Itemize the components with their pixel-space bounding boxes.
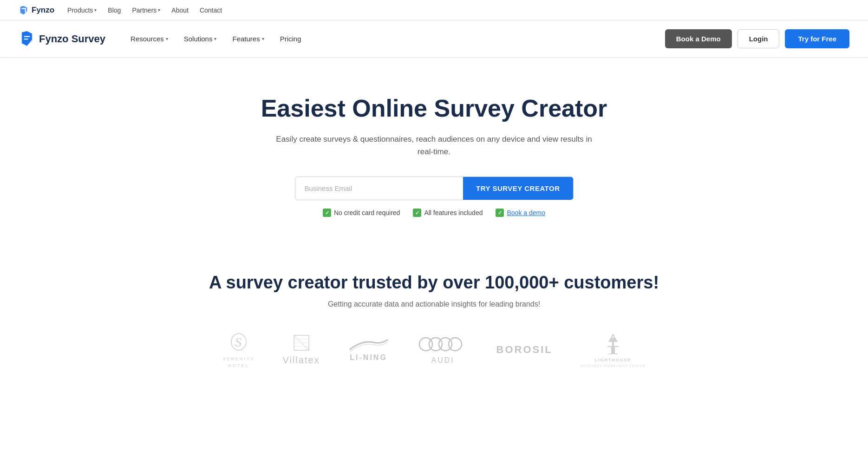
svg-point-14 — [612, 336, 614, 339]
top-bar: Fynzo Products ▾ Blog Partners ▾ About C… — [0, 0, 868, 20]
book-demo-button[interactable]: Book a Demo — [665, 29, 732, 48]
survey-logo-icon — [19, 31, 35, 47]
brand-serenity: S SERENITY HOTEL — [222, 332, 255, 368]
topnav-about[interactable]: About — [171, 7, 189, 14]
feature-no-credit-card: ✓ No credit card required — [323, 209, 400, 217]
brand-borosil: BOROSIL — [496, 344, 553, 356]
svg-rect-11 — [611, 347, 615, 354]
resources-chevron: ▾ — [166, 36, 168, 41]
trust-subtitle: Getting accurate data and actionable ins… — [19, 300, 849, 308]
topnav-products[interactable]: Products ▾ — [67, 7, 97, 14]
main-nav-links: Resources ▾ Solutions ▾ Features ▾ Prici… — [124, 31, 665, 46]
lining-logo-icon — [348, 338, 390, 352]
email-form: TRY SURVEY CREATOR — [295, 177, 574, 200]
products-dropdown-arrow: ▾ — [94, 7, 97, 13]
check-icon-2: ✓ — [413, 209, 421, 217]
try-survey-button[interactable]: TRY SURVEY CREATOR — [463, 177, 573, 200]
brand-lining: LI-NING — [348, 338, 390, 362]
brand-audi: Audi — [418, 335, 469, 365]
svg-point-10 — [449, 338, 462, 351]
nav-pricing[interactable]: Pricing — [274, 31, 308, 46]
topnav-contact[interactable]: Contact — [200, 7, 222, 14]
topnav-blog[interactable]: Blog — [108, 7, 121, 14]
serenity-logo-icon: S — [227, 332, 250, 355]
topnav-partners[interactable]: Partners ▾ — [132, 7, 160, 14]
trust-section: A survey creator trusted by over 100,000… — [0, 245, 868, 391]
book-demo-link[interactable]: Book a demo — [507, 209, 545, 216]
survey-logo[interactable]: Fynzo Survey — [19, 31, 105, 47]
fynzo-brand-name: Fynzo — [32, 6, 54, 15]
feature-all-features: ✓ All features included — [413, 209, 483, 217]
main-nav: Fynzo Survey Resources ▾ Solutions ▾ Fea… — [0, 20, 868, 58]
top-bar-nav: Products ▾ Blog Partners ▾ About Contact — [67, 7, 222, 14]
hero-features: ✓ No credit card required ✓ All features… — [19, 209, 849, 217]
hero-section: Easiest Online Survey Creator Easily cre… — [0, 58, 868, 245]
fynzo-logo[interactable]: Fynzo — [19, 5, 54, 15]
trust-heading: A survey creator trusted by over 100,000… — [19, 273, 849, 293]
features-chevron: ▾ — [262, 36, 264, 41]
hero-cta: TRY SURVEY CREATOR — [19, 177, 849, 200]
login-button[interactable]: Login — [737, 29, 780, 48]
nav-solutions[interactable]: Solutions ▾ — [177, 31, 223, 46]
try-free-button[interactable]: Try for Free — [785, 29, 849, 48]
nav-resources[interactable]: Resources ▾ — [124, 31, 175, 46]
villatex-logo-icon — [293, 334, 310, 351]
svg-text:S: S — [235, 335, 242, 349]
check-icon-3: ✓ — [496, 209, 504, 217]
lighthouse-logo-icon — [604, 333, 622, 356]
feature-book-demo: ✓ Book a demo — [496, 209, 545, 217]
brand-lighthouse: LIGHTHOUSE RECOVERY COMMUNITY CENTER — [581, 333, 646, 367]
nav-features[interactable]: Features ▾ — [226, 31, 270, 46]
solutions-chevron: ▾ — [214, 36, 216, 41]
hero-heading: Easiest Online Survey Creator — [19, 95, 849, 123]
fynzo-logo-icon — [19, 5, 29, 15]
svg-rect-13 — [612, 342, 614, 347]
hero-subtitle: Easily create surveys & questionnaires, … — [272, 133, 597, 158]
brand-villatex: Villatex — [282, 334, 320, 366]
main-nav-actions: Book a Demo Login Try for Free — [665, 29, 849, 48]
brand-logos: S SERENITY HOTEL Villatex LI-NING — [19, 332, 849, 368]
survey-brand-name: Fynzo Survey — [39, 33, 105, 45]
check-icon-1: ✓ — [323, 209, 331, 217]
email-input[interactable] — [295, 177, 463, 200]
partners-dropdown-arrow: ▾ — [158, 7, 160, 13]
audi-logo-icon — [418, 335, 469, 353]
